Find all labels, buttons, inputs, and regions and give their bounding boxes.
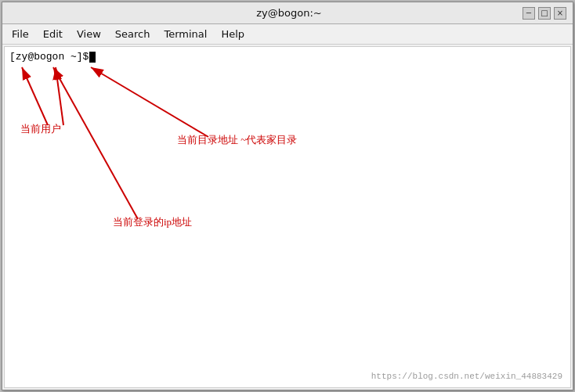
window-title: zy@bogon:~: [56, 7, 523, 19]
cursor: [89, 52, 96, 63]
prompt-text: [zy@bogon ~]$: [9, 50, 89, 64]
titlebar: zy@bogon:~ − □ ×: [2, 2, 573, 24]
minimize-button[interactable]: −: [523, 7, 535, 20]
menu-terminal[interactable]: Terminal: [157, 26, 213, 42]
label-current-ip: 当前登录的ip地址: [113, 215, 192, 229]
terminal-prompt: [zy@bogon ~]$: [9, 50, 566, 64]
label-current-user: 当前用户: [20, 122, 61, 136]
svg-line-1: [22, 67, 48, 125]
annotation-layer: 当前用户 当前目录地址 ~代表家目录 当前登录的ip地址: [5, 47, 570, 387]
close-button[interactable]: ×: [554, 7, 566, 20]
svg-line-3: [91, 67, 208, 137]
watermark: https://blog.csdn.net/weixin_44883429: [371, 372, 562, 381]
maximize-button[interactable]: □: [538, 7, 551, 20]
terminal-window: zy@bogon:~ − □ × File Edit View Search T…: [2, 2, 573, 390]
menu-view[interactable]: View: [71, 26, 107, 42]
window-controls: − □ ×: [523, 7, 566, 20]
menu-search[interactable]: Search: [109, 26, 157, 42]
menu-edit[interactable]: Edit: [37, 26, 69, 42]
label-current-dir: 当前目录地址 ~代表家目录: [177, 133, 297, 147]
menubar: File Edit View Search Terminal Help: [2, 24, 573, 45]
svg-line-2: [56, 67, 63, 125]
menu-file[interactable]: File: [5, 26, 35, 42]
svg-line-4: [53, 67, 138, 219]
terminal-area[interactable]: [zy@bogon ~]$: [4, 46, 571, 388]
menu-help[interactable]: Help: [215, 26, 251, 42]
arrows-svg: [5, 47, 570, 387]
